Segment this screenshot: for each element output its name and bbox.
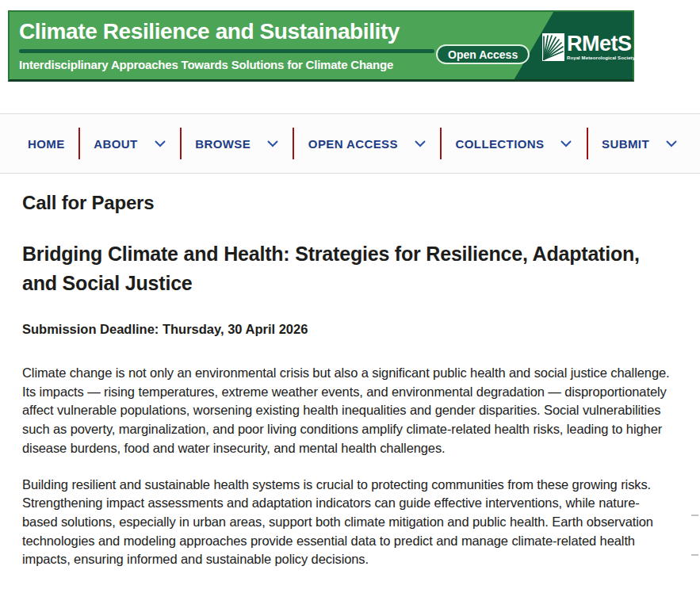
nav-label-open-access: OPEN ACCESS (308, 137, 398, 151)
nav-separator (293, 128, 294, 159)
nav-separator (440, 128, 442, 159)
rmets-wordmark: RMetS Royal Meteorological Society (567, 33, 635, 60)
nav-separator (78, 128, 80, 159)
nav-label-submit: SUBMIT (602, 137, 649, 151)
journal-tagline: Interdisciplinary Approaches Towards Sol… (19, 58, 393, 71)
rmets-logo: RMetS Royal Meteorological Society (542, 33, 635, 61)
banner-divider (19, 49, 434, 53)
second-paragraph: Building resilient and sustainable healt… (22, 476, 674, 570)
chevron-down-icon (414, 140, 427, 147)
rmets-society-name: Royal Meteorological Society (567, 55, 635, 60)
nav-label-browse: BROWSE (195, 137, 251, 151)
nav-item-submit[interactable]: SUBMIT (602, 137, 678, 151)
scrollbar-tick (691, 554, 698, 556)
scrollbar-tick (691, 515, 698, 516)
nav-label-about: ABOUT (94, 137, 137, 151)
chevron-down-icon (560, 140, 572, 147)
rmets-name: RMetS (567, 33, 635, 55)
chevron-down-icon (266, 140, 279, 147)
nav-label-collections: COLLECTIONS (456, 137, 545, 151)
chevron-down-icon (154, 140, 166, 147)
intro-paragraph: Climate change is not only an environmen… (22, 364, 674, 458)
call-for-papers-heading: Bridging Climate and Health: Strategies … (22, 239, 674, 298)
nav-separator (587, 128, 588, 159)
rmets-fan-icon (542, 33, 564, 61)
nav-item-about[interactable]: ABOUT (94, 137, 166, 151)
nav-item-browse[interactable]: BROWSE (195, 137, 279, 151)
journal-title: Climate Resilience and Sustainability (19, 19, 400, 44)
submission-deadline: Submission Deadline: Thursday, 30 April … (22, 322, 674, 337)
open-access-badge: Open Access (436, 44, 530, 64)
nav-item-collections[interactable]: COLLECTIONS (456, 137, 573, 151)
open-access-label: Open Access (448, 48, 518, 61)
nav-label-home: HOME (28, 137, 65, 151)
page-title: Call for Papers (22, 192, 674, 214)
nav-item-home[interactable]: HOME (28, 137, 65, 151)
journal-banner[interactable]: Climate Resilience and Sustainability In… (8, 10, 634, 82)
main-navigation: HOME ABOUT BROWSE OPEN ACCESS COLLECTION… (0, 113, 700, 174)
nav-separator (180, 128, 182, 159)
page-content: Call for Papers Bridging Climate and Hea… (22, 192, 674, 587)
chevron-down-icon (665, 140, 678, 147)
nav-item-open-access[interactable]: OPEN ACCESS (308, 137, 427, 151)
